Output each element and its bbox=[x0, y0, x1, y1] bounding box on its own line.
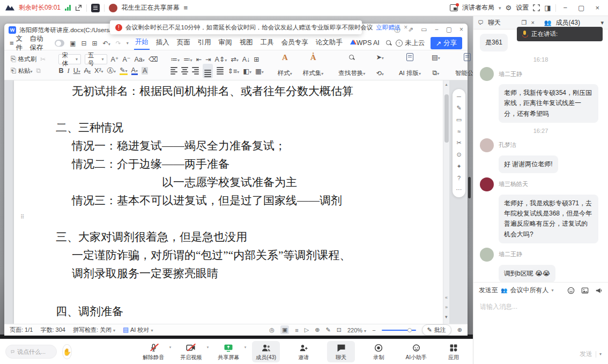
shading-icon[interactable]: ◧▾ bbox=[243, 67, 251, 75]
tab-view[interactable]: 视图 bbox=[239, 37, 254, 49]
output-icon[interactable]: ⊟ bbox=[81, 40, 86, 47]
raise-hand-button[interactable]: ✋ bbox=[62, 344, 72, 359]
text-tool-button[interactable]: ▤▾ ⧉▾ bbox=[428, 53, 443, 78]
send-button[interactable]: 发送 bbox=[580, 350, 592, 359]
number-list-icon[interactable]: ≕▾ bbox=[183, 55, 192, 63]
chat-messages[interactable]: 是361 16:18 墙二王静 老师，我新传专硕354，刚压国家线，距离往年复试… bbox=[473, 29, 608, 282]
tab-wps-ai[interactable]: WPS AI bbox=[349, 38, 381, 49]
close-button[interactable]: × bbox=[592, 4, 603, 12]
align-center-icon[interactable] bbox=[181, 67, 188, 75]
shared-doc-icon[interactable] bbox=[91, 4, 100, 12]
print-icon[interactable]: ⊞ bbox=[92, 40, 98, 47]
save-icon[interactable]: ▣ bbox=[70, 40, 76, 47]
tab-page[interactable]: 页面 bbox=[176, 37, 191, 49]
popout-icon[interactable]: ❐ bbox=[522, 19, 527, 26]
tab-members[interactable]: 成员(43) bbox=[556, 18, 580, 27]
style-button[interactable]: A 样式▾ bbox=[275, 53, 295, 78]
paste-button[interactable]: ⎗ 粘贴▾ bbox=[11, 67, 33, 75]
tab-tools[interactable]: 工具 bbox=[259, 37, 275, 49]
scroll-thumb[interactable] bbox=[444, 94, 449, 143]
ink-icon[interactable]: ✎ bbox=[325, 326, 330, 333]
outdent-icon[interactable]: ⇤ bbox=[196, 55, 201, 63]
cut-icon[interactable]: ✂ bbox=[40, 55, 46, 63]
underline-icon[interactable]: U▾ bbox=[73, 67, 80, 75]
tab-review[interactable]: 审阅 bbox=[218, 37, 233, 49]
font-increase-icon[interactable]: A⁺ bbox=[111, 55, 119, 63]
tab-reference[interactable]: 引用 bbox=[197, 37, 212, 49]
tab-home[interactable]: 开始 bbox=[134, 36, 150, 50]
fit-page-icon[interactable]: ⊡ bbox=[337, 326, 342, 333]
zoom-fit-icon[interactable]: ⊕ bbox=[457, 326, 462, 333]
send-target-select[interactable]: 会议中所有人 bbox=[510, 286, 548, 295]
invite-button[interactable]: 邀请 bbox=[290, 341, 317, 362]
chat-close-icon[interactable]: × bbox=[531, 19, 534, 26]
help-icon[interactable]: ? bbox=[457, 175, 461, 181]
megaphone-icon[interactable] bbox=[595, 287, 603, 294]
italic-icon[interactable]: I bbox=[68, 67, 70, 75]
strikethrough-icon[interactable]: A▾ bbox=[84, 67, 91, 75]
smart-doc-button[interactable]: 智能公文 bbox=[452, 53, 473, 78]
wps-minimize-button[interactable]: − bbox=[435, 26, 439, 35]
bold-icon[interactable]: B bbox=[58, 67, 63, 75]
layout-button[interactable]: 演讲者布局 bbox=[462, 3, 494, 12]
autosave-toggle[interactable] bbox=[55, 40, 64, 47]
members-expand-icon[interactable]: ▾ bbox=[600, 19, 604, 26]
line-spacing-icon[interactable]: ⇕≡▾ bbox=[227, 67, 239, 75]
font-size-select[interactable]: 五号▾ bbox=[85, 54, 107, 64]
comment-button[interactable]: ✎批注 bbox=[422, 324, 451, 336]
more-icon[interactable]: ⋯ bbox=[456, 186, 462, 193]
fullscreen-icon[interactable] bbox=[533, 4, 540, 11]
style-set-button[interactable]: A̓ 样式集▾ bbox=[300, 53, 327, 78]
settings-button[interactable]: 设置 bbox=[516, 3, 529, 12]
zoom-out-icon[interactable]: − bbox=[372, 327, 375, 333]
wps-restore-button[interactable]: ▢ bbox=[446, 26, 452, 35]
search-icon[interactable] bbox=[386, 40, 390, 46]
popout-share-icon[interactable] bbox=[75, 4, 82, 11]
zoom-level-label[interactable]: 220% ▾ bbox=[347, 327, 366, 333]
start-video-button[interactable]: 开启视频▾ bbox=[177, 341, 205, 362]
word-count-label[interactable]: 字数: 304 bbox=[40, 326, 65, 334]
text-effects-icon[interactable]: Aa▾ bbox=[134, 56, 144, 63]
prev-page-icon[interactable]: « bbox=[445, 295, 448, 300]
page-view-icon[interactable]: ▣ bbox=[280, 325, 289, 335]
tab-chat[interactable]: 聊天 bbox=[488, 18, 501, 27]
select-region-icon[interactable]: ▭ bbox=[456, 116, 462, 123]
format-painter-button[interactable]: ⎘ 格式刷 bbox=[11, 55, 36, 63]
select-tool-button[interactable]: ➤▾ ⟲▾ bbox=[373, 53, 387, 78]
font-name-select[interactable]: 宋体▾ bbox=[58, 54, 81, 64]
phonetic-guide-icon[interactable]: Ⓐ▾ bbox=[107, 66, 116, 76]
play-view-icon[interactable]: ▷ bbox=[305, 326, 309, 333]
pen-icon[interactable]: ✎ bbox=[456, 105, 461, 112]
sort-icon[interactable]: A↓ bbox=[242, 56, 250, 63]
outline-view-icon[interactable]: ≡ bbox=[295, 327, 298, 333]
members-button[interactable]: 成员(43) bbox=[252, 341, 280, 362]
chevron-down-icon[interactable]: ▾ bbox=[127, 41, 129, 46]
file-menu[interactable]: ≡文件 bbox=[10, 34, 24, 53]
record-button[interactable]: 录制 bbox=[365, 341, 392, 362]
quick-say-pill[interactable] bbox=[5, 345, 57, 359]
send-options-icon[interactable]: ▾ bbox=[599, 352, 602, 356]
spellcheck-label[interactable]: 拼写检查: 关闭 ▾ bbox=[73, 326, 115, 334]
zoom-slider[interactable] bbox=[382, 330, 416, 331]
document-scrollbar[interactable]: ▴ « » ▾ bbox=[443, 80, 449, 324]
ai-proof-button[interactable]: ▤ AI 校对 ▾ bbox=[123, 326, 153, 334]
document-page[interactable]: 无初试排名：根据民间机构排名、或者往年分数大概估算 二、三种情况 情况一：稳进复… bbox=[14, 80, 443, 324]
paragraph-drag-handle-icon[interactable]: ⠿ bbox=[20, 216, 27, 224]
eye-icon[interactable]: ◎ bbox=[269, 326, 275, 333]
text-direction-icon[interactable]: A⇕▾ bbox=[214, 55, 227, 63]
maximize-button[interactable]: ▢ bbox=[575, 4, 588, 12]
ai-helper-button[interactable]: AI小助手 bbox=[402, 341, 430, 362]
indent-icon[interactable]: ⇥ bbox=[205, 55, 211, 63]
border-icon[interactable]: ▦▾ bbox=[255, 67, 264, 75]
scrollbar-thumb[interactable] bbox=[468, 177, 471, 198]
align-distribute-icon[interactable] bbox=[217, 67, 224, 75]
scroll-up-icon[interactable]: ▴ bbox=[445, 82, 447, 87]
ai-layout-button[interactable]: AI 排版▾ bbox=[396, 53, 424, 78]
web-view-icon[interactable]: ⊕ bbox=[315, 326, 320, 333]
banner-close-icon[interactable]: × bbox=[404, 24, 407, 31]
sparkle-icon[interactable]: ✦ bbox=[456, 163, 461, 170]
clear-format-icon[interactable]: ⌫ bbox=[149, 55, 158, 63]
share-screen-button[interactable]: 共享屏幕▾ bbox=[214, 341, 242, 362]
bullet-list-icon[interactable]: ≔▾ bbox=[170, 55, 180, 63]
emoji-icon[interactable] bbox=[567, 287, 575, 294]
